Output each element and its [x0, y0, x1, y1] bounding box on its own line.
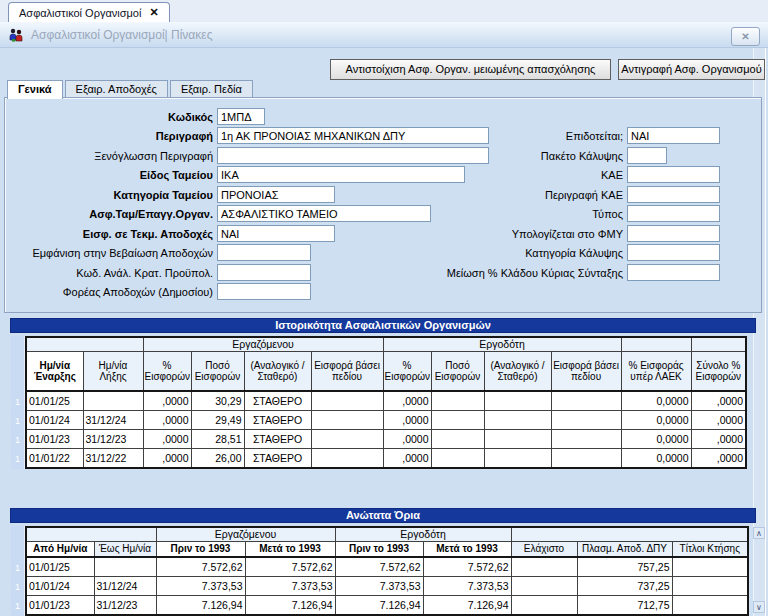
table-cell[interactable]: ,0000: [383, 449, 431, 469]
table-cell[interactable]: ,0000: [691, 411, 746, 430]
table-cell[interactable]: ΣΤΑΘΕΡΟ: [244, 430, 311, 449]
window-close-button[interactable]: ✕: [731, 27, 760, 46]
table-cell[interactable]: [511, 577, 577, 596]
table-cell[interactable]: 0,0000: [621, 391, 691, 411]
table-cell[interactable]: ΣΤΑΘΕΡΟ: [244, 411, 311, 430]
table-cell[interactable]: 30,29: [191, 391, 244, 411]
table-cell[interactable]: 31/12/23: [83, 430, 143, 449]
table-cell[interactable]: 29,49: [191, 411, 244, 430]
table-cell[interactable]: 31/12/23: [94, 596, 156, 616]
meiosi-kladou-kyrias-syntaksis-field[interactable]: [627, 264, 720, 281]
table-cell[interactable]: 31/12/22: [83, 449, 143, 469]
table-cell[interactable]: [484, 391, 551, 411]
katigoria-kalypsis-field[interactable]: [627, 244, 720, 261]
table-cell[interactable]: [672, 596, 748, 616]
table-cell[interactable]: 01/01/23: [26, 430, 83, 449]
tab-close-icon[interactable]: ✕: [149, 6, 158, 19]
table-cell[interactable]: [431, 430, 484, 449]
table-cell[interactable]: 7.126,94: [156, 596, 245, 616]
table-cell[interactable]: ΣΤΑΘΕΡΟ: [244, 391, 311, 411]
kae-field[interactable]: [627, 166, 720, 183]
table-cell[interactable]: ,0000: [143, 430, 191, 449]
table-cell[interactable]: [311, 430, 383, 449]
table-row[interactable]: 01/01/2231/12/22,000026,00ΣΤΑΘΕΡΟ,00000,…: [26, 449, 746, 469]
table-cell[interactable]: [551, 391, 621, 411]
table-cell[interactable]: 737,25: [577, 577, 672, 596]
table-cell[interactable]: 31/12/24: [94, 577, 156, 596]
tab-exair-pedia[interactable]: Εξαιρ. Πεδία: [170, 80, 253, 98]
table-cell[interactable]: [431, 411, 484, 430]
table-cell[interactable]: ,0000: [143, 411, 191, 430]
table-cell[interactable]: 7.373,53: [335, 577, 423, 596]
table-cell[interactable]: [311, 449, 383, 469]
table-cell[interactable]: 7.572,62: [245, 557, 335, 577]
table-cell[interactable]: 0,0000: [621, 411, 691, 430]
table-cell[interactable]: [672, 557, 748, 577]
table-cell[interactable]: 01/01/24: [26, 411, 83, 430]
table-cell[interactable]: 0,0000: [621, 449, 691, 469]
table-cell[interactable]: [484, 430, 551, 449]
row-selector[interactable]: 1: [11, 431, 24, 450]
table-cell[interactable]: [484, 449, 551, 469]
emfanisi-vevaiosi-apodoxon-field[interactable]: [217, 244, 311, 261]
perigrafi-kae-field[interactable]: [627, 186, 720, 203]
table-cell[interactable]: 7.373,53: [245, 577, 335, 596]
table-cell[interactable]: 7.572,62: [335, 557, 423, 577]
table-cell[interactable]: [83, 391, 143, 411]
table-cell[interactable]: 7.126,94: [335, 596, 423, 616]
table-cell[interactable]: 01/01/25: [26, 557, 94, 577]
table-cell[interactable]: ,0000: [143, 449, 191, 469]
table-cell[interactable]: 757,25: [577, 557, 672, 577]
copy-insurance-org-button[interactable]: Αντιγραφή Ασφ. Οργανισμού: [618, 59, 765, 80]
table-cell[interactable]: [484, 411, 551, 430]
paketo-kalypsis-field[interactable]: [627, 147, 667, 164]
table-cell[interactable]: 7.126,94: [423, 596, 511, 616]
table-cell[interactable]: 01/01/24: [26, 577, 94, 596]
row-selector[interactable]: 1: [11, 412, 24, 431]
table-cell[interactable]: 31/12/24: [83, 411, 143, 430]
foreas-apodoxon-field[interactable]: [217, 283, 311, 300]
table-cell[interactable]: ,0000: [143, 391, 191, 411]
table-cell[interactable]: [551, 430, 621, 449]
table-cell[interactable]: 7.572,62: [156, 557, 245, 577]
katigoria-tameiou-field[interactable]: [217, 186, 335, 203]
tab-exair-apodoxes[interactable]: Εξαιρ. Αποδοχές: [65, 80, 168, 98]
table-cell[interactable]: ,0000: [383, 430, 431, 449]
row-selector[interactable]: 1: [11, 393, 24, 412]
row-selector[interactable]: 1: [11, 597, 24, 616]
table-cell[interactable]: 01/01/22: [26, 449, 83, 469]
row-selector[interactable]: 1: [11, 559, 24, 578]
table-row[interactable]: 01/01/2431/12/24,000029,49ΣΤΑΘΕΡΟ,00000,…: [26, 411, 746, 430]
typos-field[interactable]: [627, 205, 720, 222]
table-cell[interactable]: ΣΤΑΘΕΡΟ: [244, 449, 311, 469]
table-cell[interactable]: 01/01/25: [26, 391, 83, 411]
match-reduced-employment-button[interactable]: Αντιστοίχιση Ασφ. Οργαν. μειωμένης απασχ…: [330, 59, 611, 80]
table-cell[interactable]: [431, 449, 484, 469]
table-cell[interactable]: ,0000: [691, 391, 746, 411]
table-cell[interactable]: [511, 596, 577, 616]
table-cell[interactable]: [311, 391, 383, 411]
table-cell[interactable]: 26,00: [191, 449, 244, 469]
table-cell[interactable]: [94, 557, 156, 577]
document-tab[interactable]: Ασφαλιστικοί Οργανισμοί ✕: [8, 2, 170, 22]
table-row[interactable]: 01/01/257.572,627.572,627.572,627.572,62…: [26, 557, 748, 577]
eisf-tekm-apodoxes-field[interactable]: [217, 225, 335, 242]
table-row[interactable]: 01/01/2331/12/237.126,947.126,947.126,94…: [26, 596, 748, 616]
table-cell[interactable]: ,0000: [691, 449, 746, 469]
table-row[interactable]: 01/01/25,000030,29ΣΤΑΘΕΡΟ,00000,0000,000…: [26, 391, 746, 411]
kod-anal-krat-proypol-field[interactable]: [217, 264, 311, 281]
table-cell[interactable]: 0,0000: [621, 430, 691, 449]
table-row[interactable]: 01/01/2431/12/247.373,537.373,537.373,53…: [26, 577, 748, 596]
table-cell[interactable]: 01/01/23: [26, 596, 94, 616]
table-cell[interactable]: ,0000: [691, 430, 746, 449]
ypologizetai-sto-fmy-field[interactable]: [627, 225, 720, 242]
row-selector[interactable]: 1: [11, 578, 24, 597]
table-cell[interactable]: [551, 449, 621, 469]
table-cell[interactable]: [551, 411, 621, 430]
epidoteitai-field[interactable]: [627, 127, 720, 144]
table-cell[interactable]: [431, 391, 484, 411]
table-cell[interactable]: [511, 557, 577, 577]
table-cell[interactable]: 7.373,53: [156, 577, 245, 596]
table-cell[interactable]: [311, 411, 383, 430]
table-cell[interactable]: 7.126,94: [245, 596, 335, 616]
